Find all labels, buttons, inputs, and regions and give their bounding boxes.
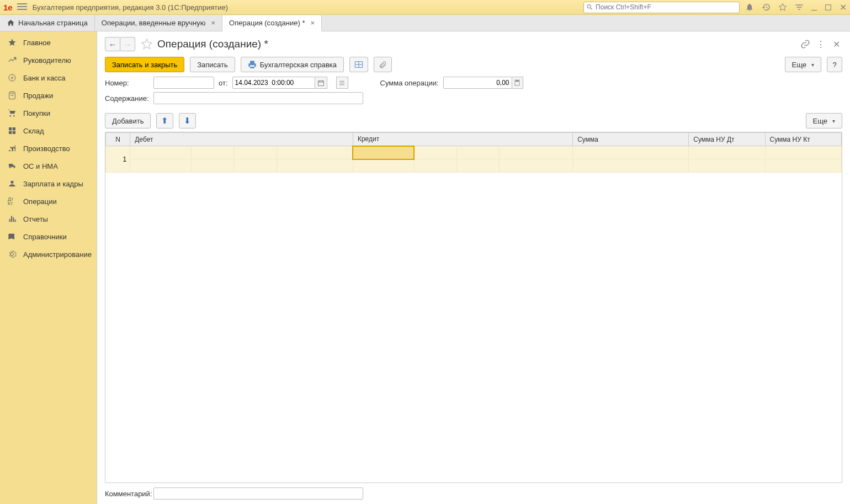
nu-dt-cell[interactable] <box>689 146 765 159</box>
svg-rect-6 <box>13 131 15 134</box>
nu-kt-sub[interactable] <box>765 159 841 173</box>
search-input[interactable] <box>596 3 737 11</box>
close-page-icon[interactable]: ✕ <box>830 39 842 50</box>
credit-cell-4[interactable] <box>500 146 573 159</box>
sidebar-item-sales[interactable]: Продажи <box>0 87 97 104</box>
tab-operations-list[interactable]: Операции, введенные вручную × <box>95 15 222 31</box>
save-label: Записать <box>197 61 228 69</box>
sidebar: Главное Руководителю ₽Банк и касса Прода… <box>0 31 97 504</box>
debit-sub-2[interactable] <box>191 159 233 173</box>
col-credit[interactable]: Кредит <box>353 133 572 146</box>
table-row-sub[interactable] <box>106 159 842 173</box>
nu-kt-cell[interactable] <box>765 146 841 159</box>
postings-grid[interactable]: N Дебет Кредит Сумма Сумма НУ Дт Сумма Н… <box>105 132 842 483</box>
move-down-button[interactable]: ⬇ <box>179 113 196 128</box>
help-button[interactable]: ? <box>827 57 842 72</box>
col-n[interactable]: N <box>106 133 130 146</box>
attachment-button[interactable] <box>374 57 392 72</box>
credit-sub-1[interactable] <box>353 159 414 173</box>
credit-cell-3[interactable] <box>456 146 499 159</box>
tab-close-icon[interactable]: × <box>211 19 216 27</box>
debit-cell-2[interactable] <box>191 146 233 159</box>
debit-account-cell[interactable] <box>130 146 192 159</box>
save-and-close-button[interactable]: Записать и закрыть <box>105 57 184 72</box>
sidebar-item-warehouse[interactable]: Склад <box>0 122 97 140</box>
sidebar-item-label: Покупки <box>23 109 50 117</box>
debit-cell-3[interactable] <box>234 146 277 159</box>
print-reference-button[interactable]: Бухгалтерская справка <box>241 57 344 72</box>
kebab-menu-icon[interactable]: ⋮ <box>815 39 827 50</box>
sum-cell[interactable] <box>573 146 689 159</box>
col-nu-dt[interactable]: Сумма НУ Дт <box>689 133 765 146</box>
sidebar-item-label: Производство <box>23 144 70 153</box>
bell-icon[interactable] <box>745 3 754 12</box>
number-input[interactable] <box>153 77 214 89</box>
content-input[interactable] <box>153 92 363 104</box>
more-button[interactable]: Еще <box>785 57 821 72</box>
minimize-icon[interactable]: _ <box>811 0 817 11</box>
list-button[interactable] <box>336 77 348 89</box>
credit-sub-2[interactable] <box>414 159 456 173</box>
sidebar-item-label: Зарплата и кадры <box>23 180 83 188</box>
col-debit[interactable]: Дебет <box>130 133 353 146</box>
sidebar-item-catalogs[interactable]: Справочники <box>0 228 97 245</box>
sidebar-item-bank[interactable]: ₽Банк и касса <box>0 69 97 87</box>
nu-dt-sub[interactable] <box>689 159 765 173</box>
star-icon[interactable] <box>778 3 787 12</box>
date-label: от: <box>219 79 228 87</box>
nav-forward-button[interactable]: → <box>120 37 135 51</box>
print-ref-label: Бухгалтерская справка <box>260 61 337 69</box>
bag-icon <box>8 91 17 100</box>
svg-rect-8 <box>318 81 323 85</box>
sum-sub[interactable] <box>573 159 689 173</box>
table-row[interactable]: 1 <box>106 146 842 159</box>
col-nu-kt[interactable]: Сумма НУ Кт <box>765 133 841 146</box>
credit-account-cell[interactable] <box>353 146 414 159</box>
tab-home[interactable]: Начальная страница <box>0 15 95 31</box>
add-button[interactable]: Добавить <box>105 113 151 128</box>
calculator-icon <box>514 79 520 86</box>
sidebar-item-operations[interactable]: ДтКтОперации <box>0 192 97 210</box>
filter-icon[interactable] <box>795 3 804 12</box>
credit-sub-3[interactable] <box>456 159 499 173</box>
sidebar-item-reports[interactable]: Отчеты <box>0 210 97 228</box>
svg-rect-4 <box>13 127 15 130</box>
calendar-button[interactable] <box>315 77 327 89</box>
sidebar-item-purchases[interactable]: Покупки <box>0 104 97 122</box>
link-icon[interactable] <box>799 39 811 49</box>
sidebar-item-main[interactable]: Главное <box>0 34 97 51</box>
sidebar-item-production[interactable]: Производство <box>0 140 97 157</box>
svg-rect-3 <box>9 127 12 130</box>
debit-sub-4[interactable] <box>277 159 353 173</box>
menu-icon[interactable] <box>17 3 27 11</box>
tab-operation-create[interactable]: Операция (создание) * × <box>222 15 322 31</box>
boxes-icon <box>8 126 17 135</box>
debit-sub-3[interactable] <box>234 159 277 173</box>
sidebar-item-admin[interactable]: Администрирование <box>0 245 97 263</box>
nav-back-button[interactable]: ← <box>105 37 120 51</box>
save-button[interactable]: Записать <box>190 57 235 72</box>
move-up-button[interactable]: ⬆ <box>156 113 173 128</box>
global-search[interactable] <box>583 2 740 13</box>
calculator-button[interactable] <box>512 77 523 89</box>
sidebar-item-salary[interactable]: Зарплата и кадры <box>0 175 97 192</box>
credit-sub-4[interactable] <box>500 159 573 173</box>
date-input[interactable] <box>232 77 315 89</box>
history-icon[interactable] <box>762 3 771 12</box>
favorite-star-icon[interactable] <box>141 38 153 50</box>
sidebar-item-manager[interactable]: Руководителю <box>0 51 97 69</box>
comment-input[interactable] <box>153 487 363 500</box>
close-icon[interactable]: ✕ <box>840 2 847 13</box>
dtkt-button[interactable] <box>349 57 368 72</box>
debit-sub-1[interactable] <box>130 159 192 173</box>
sidebar-item-assets[interactable]: ОС и НМА <box>0 157 97 175</box>
col-sum[interactable]: Сумма <box>573 133 689 146</box>
tab-close-icon[interactable]: × <box>311 19 315 27</box>
maximize-icon[interactable] <box>825 4 832 11</box>
person-icon <box>8 179 17 188</box>
table-more-button[interactable]: Еще <box>806 113 842 128</box>
debit-cell-4[interactable] <box>277 146 353 159</box>
trend-icon <box>8 56 17 65</box>
credit-cell-2[interactable] <box>414 146 456 159</box>
sum-input[interactable] <box>443 77 512 89</box>
